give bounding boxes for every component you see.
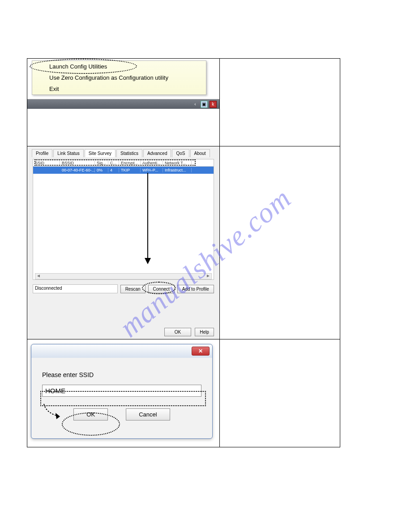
windows-taskbar: ‹ ▣ k [27,99,219,109]
cell-net: Infrastruct... [163,168,192,172]
tab-statistics[interactable]: Statistics [116,149,142,157]
dialog-titlebar: ✕ [31,344,212,358]
survey-row-selected[interactable]: 00-07-40-FE-60-... 0% 4 TKIP WPA-P... In… [33,167,214,174]
instruction-table: Launch Config Utilities Use Zero Configu… [27,58,340,447]
col-net[interactable]: Network T... [163,161,192,165]
col-auth[interactable]: Authenti... [141,161,163,165]
horizontal-scrollbar[interactable] [35,273,212,279]
ctx-exit[interactable]: Exit [32,83,206,94]
tray-network-icon[interactable]: ▣ [201,101,208,108]
col-ssid[interactable]: SSID [33,161,60,165]
add-to-profile-button[interactable]: Add to Profile [177,285,214,293]
config-tabs: Profile Link Status Site Survey Statisti… [27,146,219,157]
tray-context-menu: Launch Config Utilities Use Zero Configu… [32,60,206,95]
survey-header-row: SSID BSSID Sig... C... Encrypt... Authen… [33,159,214,167]
col-sig[interactable]: Sig... [95,161,108,165]
tab-profile[interactable]: Profile [32,149,52,157]
svg-marker-0 [56,413,60,419]
ctx-use-zero-config[interactable]: Use Zero Configuration as Configuration … [32,72,206,83]
connect-button[interactable]: Connect [148,285,175,293]
cell-sig: 0% [95,168,108,172]
tab-link-status[interactable]: Link Status [53,149,83,157]
tab-about[interactable]: About [190,149,210,157]
close-button[interactable]: ✕ [192,347,210,356]
annotation-arrow-down [147,173,148,263]
cell-auth: WPA-P... [141,168,163,172]
ssid-input[interactable] [42,385,201,397]
rescan-button[interactable]: Rescan [120,285,146,293]
ok-button[interactable]: OK [164,328,191,336]
cell-ch: 4 [108,168,119,172]
annotation-lead-arrow [43,403,61,415]
col-enc[interactable]: Encrypt... [119,161,141,165]
ctx-launch-config[interactable]: Launch Config Utilities [32,61,206,72]
tray-chevron-icon[interactable]: ‹ [192,101,199,108]
tab-advanced[interactable]: Advanced [143,149,171,157]
dialog-cancel-button[interactable]: Cancel [126,408,170,420]
cell-enc: TKIP [119,168,141,172]
tab-qos[interactable]: QoS [172,149,189,157]
ssid-prompt-label: Please enter SSID [42,371,201,378]
col-bssid[interactable]: BSSID [60,161,95,165]
tray-wifi-util-icon[interactable]: k [210,101,217,108]
col-ch[interactable]: C... [108,161,119,165]
cell-bssid: 00-07-40-FE-60-... [60,168,95,172]
dialog-ok-button[interactable]: OK [73,408,108,420]
tab-site-survey[interactable]: Site Survey [85,149,116,157]
ssid-dialog: ✕ Please enter SSID OK Cancel [31,344,213,439]
help-button[interactable]: Help [195,328,214,336]
connection-status: Disconnected [33,284,118,293]
site-survey-list: SSID BSSID Sig... C... Encrypt... Authen… [33,159,214,280]
close-icon: ✕ [198,348,203,354]
